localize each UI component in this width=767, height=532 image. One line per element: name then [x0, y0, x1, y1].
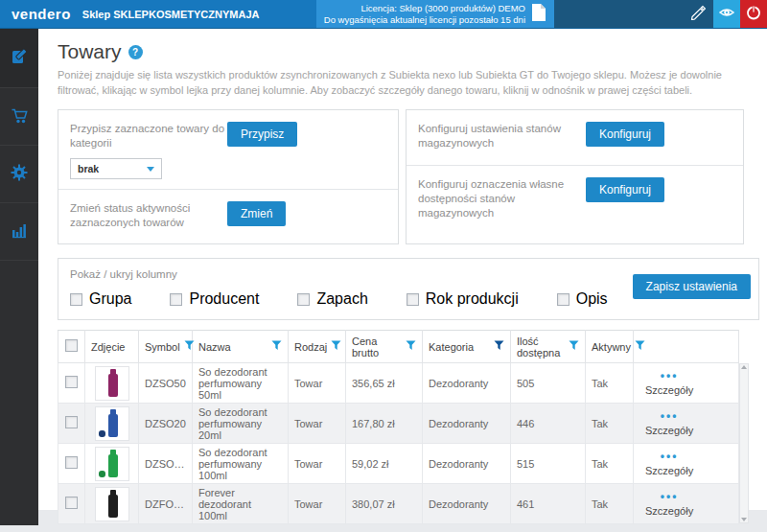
availability-settings-section: Konfiguruj oznaczenia własne dostępności…	[407, 165, 743, 230]
license-line1: Licencja: Sklep (3000 produktów) DEMO	[324, 3, 525, 14]
save-settings-button[interactable]: Zapisz ustawienia	[633, 274, 751, 299]
pencil-icon[interactable]	[689, 4, 706, 24]
cell-type: Towar	[289, 484, 346, 524]
stock-configure-button[interactable]: Konfiguruj	[586, 122, 664, 147]
shop-name-label: Sklep SKLEPKOSMETYCZNYMAJA	[82, 0, 260, 28]
column-option-grupa: Grupa	[70, 290, 131, 308]
table-row: DZSO20 So dezodorant perfumowany 20ml To…	[58, 404, 739, 444]
sidebar-item-orders[interactable]	[0, 88, 38, 146]
main-content: Towary ? Poniżej znajduje się lista wszy…	[38, 29, 767, 510]
page-title: Towary	[58, 40, 122, 63]
details-link[interactable]: •••Szczegóły	[639, 371, 693, 396]
header-type: Rodzaj	[294, 341, 327, 353]
change-status-button[interactable]: Zmień	[227, 201, 286, 226]
topbar: vendero Sklep SKLEPKOSMETYCZNYMAJA Licen…	[0, 0, 767, 29]
checkbox-label: Producent	[189, 290, 259, 308]
row-checkbox[interactable]	[65, 416, 78, 428]
cell-symbol: DZSO…	[139, 444, 193, 484]
cell-price: 356,65 zł	[346, 363, 423, 404]
table-row: DZSO50 So dezodorant perfumowany 50ml To…	[58, 363, 739, 404]
cell-quantity: 446	[511, 404, 586, 444]
filter-icon-name[interactable]	[271, 340, 282, 353]
row-checkbox[interactable]	[65, 456, 78, 469]
cell-price: 59,02 zł	[346, 444, 423, 484]
logout-button[interactable]	[740, 0, 767, 28]
table-header-row: Zdjęcie Symbol Nazwa Rodzaj Cena brutto …	[58, 331, 739, 363]
checkbox-label: Zapach	[316, 290, 367, 308]
change-status-section: Zmień status aktywności zaznaczonych tow…	[58, 189, 398, 243]
header-symbol: Symbol	[145, 341, 180, 353]
checkbox-opis[interactable]	[557, 293, 569, 306]
filter-icon-symbol[interactable]	[184, 340, 195, 353]
scroll-down-icon[interactable]	[741, 518, 747, 521]
cell-active: Tak	[586, 363, 634, 404]
row-checkbox[interactable]	[65, 376, 78, 388]
filter-icon-quantity[interactable]	[569, 340, 579, 353]
sidebar-item-products[interactable]	[0, 29, 38, 88]
vendero-logo[interactable]: vendero	[0, 0, 82, 28]
cell-name: So dezodorant perfumowany 100ml	[193, 444, 289, 484]
cell-symbol: DZSO20	[139, 404, 193, 444]
license-info: Licencja: Sklep (3000 produktów) DEMO Do…	[316, 0, 554, 28]
product-image	[95, 366, 129, 401]
checkbox-grupa[interactable]	[70, 293, 82, 306]
document-icon[interactable]	[531, 3, 546, 26]
preview-shop-button[interactable]	[713, 0, 740, 28]
product-image	[95, 447, 129, 481]
cell-active: Tak	[586, 404, 634, 444]
topbar-dark-section	[554, 0, 713, 28]
edit-icon	[10, 47, 29, 70]
checkbox-zapach[interactable]	[297, 293, 310, 306]
cell-quantity: 505	[511, 363, 586, 404]
scroll-up-icon[interactable]	[741, 365, 747, 369]
cell-name: Forever dezodorant 100ml	[193, 484, 289, 524]
license-line2: Do wygaśnięcia aktualnej licencji pozost…	[324, 14, 525, 26]
details-link[interactable]: •••Szczegóły	[639, 451, 693, 476]
sidebar-item-settings[interactable]	[0, 146, 38, 203]
table-scrollbar[interactable]	[739, 363, 749, 523]
stats-icon	[10, 220, 29, 243]
column-option-opis: Opis	[557, 290, 608, 308]
settings-icon	[10, 163, 29, 186]
assign-button[interactable]: Przypisz	[227, 122, 297, 147]
column-option-rok-produkcji: Rok produkcji	[407, 290, 519, 308]
cell-category: Dezodoranty	[423, 404, 511, 444]
column-option-producent: Producent	[170, 290, 259, 308]
cell-symbol: DZFO…	[139, 484, 193, 524]
power-icon	[745, 4, 762, 25]
details-link[interactable]: •••Szczegóły	[639, 492, 693, 517]
availability-configure-button[interactable]: Konfiguruj	[586, 177, 664, 202]
cell-category: Dezodoranty	[423, 363, 511, 404]
columns-panel: Pokaż / ukryj kolumny Grupa Producent Za…	[58, 258, 759, 320]
cell-type: Towar	[289, 363, 346, 404]
checkbox-rok-produkcji[interactable]	[407, 293, 419, 306]
panel-right: Konfiguruj ustawienia stanów magazynowyc…	[406, 109, 744, 244]
filter-icon-category-active[interactable]	[494, 340, 504, 353]
select-all-checkbox[interactable]	[65, 339, 78, 352]
product-image	[95, 406, 129, 441]
details-link[interactable]: •••Szczegóły	[639, 411, 693, 436]
header-active: Aktywny	[592, 341, 631, 353]
row-checkbox[interactable]	[65, 497, 78, 509]
ellipsis-icon: •••	[645, 371, 693, 381]
header-price: Cena brutto	[352, 335, 402, 359]
help-icon[interactable]: ?	[128, 45, 143, 59]
category-dropdown-value: brak	[78, 163, 99, 174]
table-row: DZFO… Forever dezodorant 100ml Towar 380…	[58, 484, 739, 524]
cell-price: 167,80 zł	[346, 404, 423, 444]
product-image	[95, 487, 129, 521]
page-description: Poniżej znajduje się lista wszystkich pr…	[58, 67, 729, 98]
filter-icon-type[interactable]	[331, 340, 341, 353]
ellipsis-icon: •••	[645, 492, 693, 501]
cell-type: Towar	[289, 404, 346, 444]
checkbox-label: Opis	[576, 290, 608, 308]
stock-settings-label: Konfiguruj ustawienia stanów magazynowyc…	[418, 122, 593, 150]
filter-icon-active[interactable]	[635, 340, 645, 353]
filter-icon-price[interactable]	[406, 340, 416, 353]
category-dropdown[interactable]: brak	[70, 158, 162, 179]
cell-name: So dezodorant perfumowany 20ml	[193, 404, 289, 444]
cell-quantity: 515	[511, 444, 586, 484]
checkbox-producent[interactable]	[170, 293, 182, 306]
sidebar-item-stats[interactable]	[0, 203, 38, 261]
header-quantity: Ilość dostępna	[517, 335, 565, 359]
